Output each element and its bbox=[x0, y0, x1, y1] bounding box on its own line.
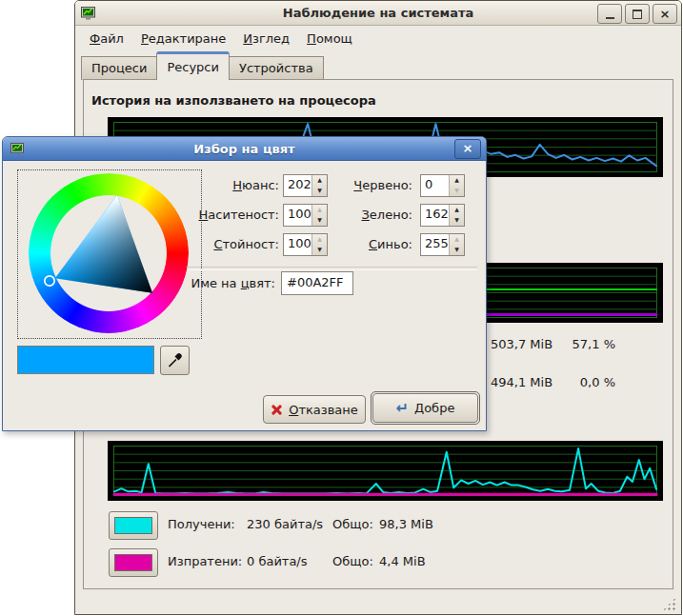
cancel-button[interactable]: Отказване bbox=[263, 395, 366, 424]
sent-color-swatch bbox=[114, 554, 152, 571]
hue-label: Нюанс: bbox=[184, 174, 279, 197]
blue-spinner[interactable]: 255 ▲▼ bbox=[420, 233, 465, 256]
cancel-x-icon bbox=[271, 404, 283, 416]
main-window-title: Наблюдение на системата bbox=[75, 6, 681, 20]
hue-down-arrow[interactable]: ▼ bbox=[312, 186, 327, 196]
red-spinner[interactable]: 0 ▲▼ bbox=[420, 174, 465, 197]
menu-help[interactable]: Помощ bbox=[298, 29, 361, 49]
sent-total: 4,4 MiB bbox=[379, 548, 465, 575]
green-spinner[interactable]: 162 ▲▼ bbox=[420, 204, 465, 227]
received-color-swatch bbox=[114, 517, 152, 534]
ok-enter-icon: ↵ bbox=[396, 402, 409, 415]
eyedropper-icon bbox=[167, 352, 183, 368]
received-label: Получени: bbox=[168, 511, 251, 538]
blue-label: Синьо: bbox=[338, 233, 412, 256]
close-button[interactable]: × bbox=[653, 4, 677, 24]
dialog-title: Избор на цвят bbox=[3, 142, 486, 156]
memory-percent: 57,1 % bbox=[556, 337, 615, 352]
maximize-button[interactable] bbox=[625, 4, 650, 24]
saturation-up-arrow[interactable]: ▲ bbox=[312, 205, 327, 215]
color-selector-dot[interactable] bbox=[45, 276, 54, 286]
received-total-label: Общо: bbox=[332, 511, 380, 538]
close-icon: × bbox=[660, 8, 671, 20]
red-down-arrow[interactable]: ▼ bbox=[450, 186, 464, 196]
color-preview bbox=[17, 346, 154, 374]
value-value: 100 bbox=[284, 234, 311, 255]
sent-label: Изпратени: bbox=[168, 548, 251, 575]
dialog-icon bbox=[10, 143, 24, 155]
dialog-close-button[interactable]: × bbox=[454, 139, 481, 159]
saturation-down-arrow[interactable]: ▼ bbox=[312, 215, 327, 226]
maximize-icon bbox=[633, 10, 642, 19]
menubar: Файл Редактиране Изглед Помощ bbox=[77, 26, 679, 50]
hue-spinner[interactable]: 202 ▲▼ bbox=[283, 174, 328, 197]
tab-devices[interactable]: Устройства bbox=[229, 56, 324, 80]
color-name-input[interactable]: #00A2FF bbox=[281, 271, 353, 295]
blue-value: 255 bbox=[421, 234, 449, 255]
value-spinner[interactable]: 100 ▲▼ bbox=[283, 233, 328, 256]
main-titlebar[interactable]: Наблюдение на системата × bbox=[75, 1, 681, 26]
ok-button[interactable]: ↵ Добре bbox=[372, 393, 478, 423]
system-monitor-icon bbox=[81, 7, 95, 20]
blue-up-arrow[interactable]: ▲ bbox=[450, 234, 464, 245]
menu-view[interactable]: Изглед bbox=[234, 29, 298, 49]
red-up-arrow[interactable]: ▲ bbox=[450, 175, 464, 186]
saturation-value: 100 bbox=[284, 205, 311, 226]
received-rate: 230 байта/s bbox=[247, 511, 342, 538]
cpu-history-heading: История на използването на процесора bbox=[91, 93, 376, 108]
ok-button-label: Добре bbox=[414, 401, 454, 415]
tab-resources[interactable]: Ресурси bbox=[156, 51, 230, 80]
network-history-chart bbox=[108, 441, 663, 501]
green-value: 162 bbox=[421, 205, 449, 226]
red-label: Червено: bbox=[338, 174, 412, 197]
green-up-arrow[interactable]: ▲ bbox=[450, 205, 464, 215]
sent-color-button[interactable] bbox=[109, 548, 158, 577]
minimize-button[interactable] bbox=[597, 4, 622, 24]
hue-up-arrow[interactable]: ▲ bbox=[312, 175, 327, 186]
tab-processes[interactable]: Процеси bbox=[81, 56, 157, 80]
menu-file[interactable]: Файл bbox=[81, 29, 132, 49]
value-down-arrow[interactable]: ▼ bbox=[312, 245, 327, 255]
cancel-button-label: Отказване bbox=[289, 403, 358, 417]
received-total: 98,3 MiB bbox=[379, 511, 465, 538]
value-up-arrow[interactable]: ▲ bbox=[312, 234, 327, 245]
sent-rate: 0 байта/s bbox=[247, 548, 342, 575]
color-picker-dialog: Избор на цвят × bbox=[2, 136, 487, 431]
value-label: Стойност: bbox=[184, 233, 279, 256]
resize-grip[interactable] bbox=[662, 597, 676, 611]
ok-button-focus-ring: ↵ Добре bbox=[371, 391, 480, 425]
color-name-label: Име на цвят: bbox=[171, 271, 275, 295]
minimize-icon bbox=[606, 17, 614, 19]
menu-edit[interactable]: Редактиране bbox=[132, 29, 234, 49]
saturation-label: Наситеност: bbox=[184, 204, 279, 227]
sent-total-label: Общо: bbox=[332, 548, 380, 575]
dialog-titlebar[interactable]: Избор на цвят × bbox=[3, 137, 486, 161]
color-wheel-widget[interactable] bbox=[17, 169, 202, 339]
red-value: 0 bbox=[421, 175, 449, 196]
hue-value: 202 bbox=[284, 175, 311, 196]
fields-separator bbox=[187, 267, 477, 270]
eyedropper-button[interactable] bbox=[160, 346, 190, 375]
tab-bar: Процеси Ресурси Устройства bbox=[81, 50, 323, 80]
saturation-spinner[interactable]: 100 ▲▼ bbox=[283, 204, 328, 227]
swap-percent: 0,0 % bbox=[556, 375, 615, 390]
green-down-arrow[interactable]: ▼ bbox=[450, 215, 464, 226]
received-color-button[interactable] bbox=[109, 511, 158, 540]
green-label: Зелено: bbox=[338, 204, 412, 227]
blue-down-arrow[interactable]: ▼ bbox=[450, 245, 464, 255]
saturation-value-triangle[interactable] bbox=[29, 173, 189, 333]
